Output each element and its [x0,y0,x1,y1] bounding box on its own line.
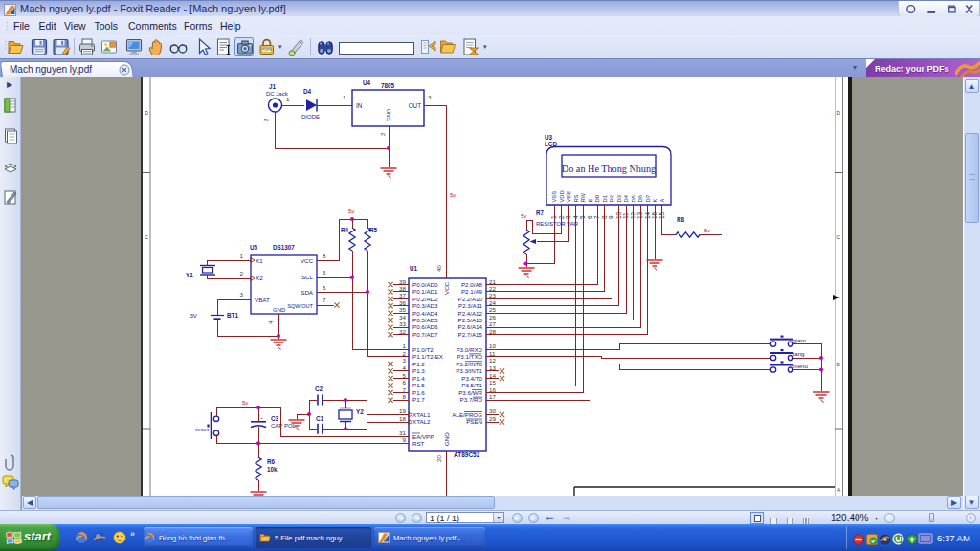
svg-text:VEE: VEE [566,191,571,203]
svg-text:P2.1/A9: P2.1/A9 [461,288,483,295]
svg-text:2: 2 [403,350,407,357]
svg-text:XTAL1: XTAL1 [412,411,431,418]
svg-text:5: 5 [323,284,326,291]
svg-text:SCL: SCL [301,274,314,280]
svg-text:ALE/PROG: ALE/PROG [452,411,482,418]
svg-text:5: 5 [403,372,407,379]
svg-text:P2.6/A14: P2.6/A14 [458,323,483,330]
svg-text:P2.7/A15: P2.7/A15 [458,331,483,338]
svg-text:C: C [145,235,149,240]
svg-text:1: 1 [286,96,290,102]
svg-text:26: 26 [489,314,496,320]
svg-text:VSS: VSS [551,191,557,203]
svg-text:2: 2 [262,118,269,121]
svg-text:PSEN: PSEN [466,418,482,425]
svg-text:1: 1 [403,342,407,349]
svg-text:13: 13 [489,364,496,371]
svg-text:15: 15 [489,379,496,386]
svg-text:D3: D3 [616,195,622,202]
svg-text:30: 30 [489,408,496,414]
svg-text:U1: U1 [410,265,418,272]
svg-text:35: 35 [399,306,406,313]
svg-text:3: 3 [403,357,407,364]
svg-text:25: 25 [489,306,496,313]
svg-text:P0.2/AD2: P0.2/AD2 [412,296,438,302]
svg-text:1: 1 [343,94,346,100]
svg-text:38: 38 [399,285,406,292]
svg-text:D4: D4 [303,88,312,95]
svg-text:28: 28 [489,328,496,335]
svg-text:D4: D4 [623,194,629,202]
svg-text:1: 1 [240,253,244,259]
svg-text:7805: 7805 [381,82,395,89]
svg-text:A: A [837,488,841,493]
svg-text:LCD: LCD [545,141,557,147]
svg-text:20: 20 [435,455,442,462]
svg-text:4: 4 [403,364,407,371]
svg-text:5v: 5v [242,400,248,406]
svg-text:P0.5/AD5: P0.5/AD5 [412,317,438,323]
svg-text:4: 4 [267,320,274,324]
svg-text:giam: giam [793,337,806,343]
svg-text:33: 33 [399,320,406,327]
svg-text:K: K [652,199,657,203]
svg-text:18: 18 [399,415,406,422]
svg-text:D0: D0 [594,195,600,202]
svg-text:CAP POL: CAP POL [271,423,297,429]
svg-text:RST: RST [412,440,425,447]
svg-text:VDD: VDD [559,190,565,202]
svg-text:7: 7 [403,386,407,393]
svg-text:3V: 3V [189,312,197,319]
svg-text:GND: GND [273,307,286,313]
svg-text:8: 8 [323,253,326,259]
svg-text:22: 22 [489,285,496,292]
svg-text:10: 10 [489,342,496,349]
svg-text:3: 3 [428,94,432,100]
svg-text:34: 34 [399,314,406,320]
svg-text:AT89C52: AT89C52 [454,452,480,458]
svg-text:P3.4/T0: P3.4/T0 [461,375,482,382]
svg-text:2: 2 [240,270,244,276]
svg-text:D: D [145,111,149,116]
svg-text:5v: 5v [704,228,710,233]
svg-text:R5: R5 [369,227,378,233]
svg-text:SDA: SDA [301,289,314,296]
svg-text:U4: U4 [363,79,371,86]
svg-text:RS: RS [573,194,579,202]
svg-text:VCC: VCC [443,281,450,295]
svg-text:2: 2 [379,132,386,136]
svg-text:P2.3/A11: P2.3/A11 [458,302,483,309]
svg-text:31: 31 [399,430,406,436]
svg-text:P1.0/T2: P1.0/T2 [412,346,434,353]
svg-text:P0.1/AD1: P0.1/AD1 [412,288,438,295]
svg-text:D7: D7 [645,195,651,202]
svg-text:C: C [837,235,841,240]
svg-text:3: 3 [240,291,244,298]
svg-text:27: 27 [489,320,496,327]
svg-text:tang: tang [793,350,806,357]
svg-text:RW: RW [580,192,586,202]
svg-text:P0.7/AD7: P0.7/AD7 [412,331,438,338]
svg-text:Y2: Y2 [356,408,364,415]
svg-text:-: - [260,413,263,422]
svg-text:OUT: OUT [409,102,421,109]
svg-text:R4: R4 [341,227,349,233]
svg-text:P0.3/AD3: P0.3/AD3 [412,302,438,309]
svg-text:P1.1/T2-EX: P1.1/T2-EX [412,353,443,360]
svg-text:EA/VPP: EA/VPP [412,433,434,440]
svg-text:23: 23 [489,292,496,298]
svg-text:P2.4/A12: P2.4/A12 [458,310,483,317]
svg-text:40: 40 [435,265,442,272]
svg-text:P1.4: P1.4 [412,375,425,382]
svg-text:VBAT: VBAT [255,297,270,303]
svg-text:11: 11 [489,350,496,357]
svg-text:GND: GND [443,432,450,446]
svg-text:17: 17 [489,393,496,400]
svg-text:Do an He Thong Nhung: Do an He Thong Nhung [562,164,656,174]
svg-text:P1.3: P1.3 [412,367,425,374]
svg-text:D5: D5 [631,195,636,202]
svg-text:12: 12 [489,357,496,364]
svg-text:P1.2: P1.2 [412,361,425,367]
svg-text:P0.6/AD6: P0.6/AD6 [412,323,438,330]
svg-text:5v: 5v [348,209,354,214]
